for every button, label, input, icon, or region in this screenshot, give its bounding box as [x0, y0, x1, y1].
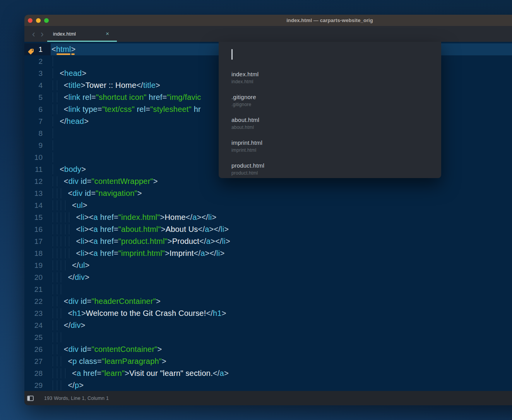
indent-guide	[61, 201, 61, 210]
indent-guide	[57, 357, 57, 366]
code-line[interactable]: 25	[24, 331, 512, 343]
code-line[interactable]: 16<li><a href="about.html">About Us</a><…	[24, 223, 512, 235]
tab-label: index.html	[53, 31, 76, 37]
line-number: 18	[24, 247, 51, 259]
code-line[interactable]: 26<div id="contentContainer">	[24, 343, 512, 355]
code-text: <ul>	[51, 199, 512, 211]
line-number: 6	[24, 103, 51, 115]
indent-guide	[65, 225, 65, 234]
code-text: </div>	[51, 271, 512, 283]
tab-bar: ‹ › index.html ×	[24, 26, 512, 42]
code-text	[51, 331, 512, 343]
panel-toggle-icon[interactable]	[27, 396, 34, 401]
back-icon[interactable]: ‹	[32, 30, 38, 38]
forward-icon[interactable]: ›	[41, 30, 46, 38]
minimize-window-button[interactable]	[36, 18, 41, 23]
line-number: 7	[24, 115, 51, 127]
indent-guide	[57, 333, 57, 342]
indent-guide	[53, 357, 53, 366]
file-item[interactable]: index.htmlindex.html	[231, 68, 433, 91]
indent-guide	[57, 309, 57, 318]
indent-guide	[61, 381, 61, 390]
indent-guide	[61, 357, 61, 366]
code-text	[51, 283, 512, 295]
code-line[interactable]: 22<div id="headerContainer">	[24, 295, 512, 307]
indent-guide	[69, 225, 69, 234]
code-line[interactable]: 15<li><a href="index.html">Home</a></li>	[24, 211, 512, 223]
quick-open-overlay: index.htmlindex.html.gitignore.gitignore…	[219, 42, 441, 178]
indent-guide	[53, 285, 53, 294]
tab-close-icon[interactable]: ×	[106, 30, 109, 37]
indent-guide	[53, 81, 53, 90]
indent-guide	[57, 321, 57, 330]
file-item[interactable]: about.htmlabout.html	[231, 113, 433, 136]
indent-guide	[61, 261, 61, 270]
indent-guide	[53, 333, 53, 342]
file-item-title: product.html	[231, 162, 433, 169]
code-line[interactable]: 24</div>	[24, 319, 512, 331]
code-text: <li><a href="about.html">About Us</a></l…	[51, 223, 512, 235]
indent-guide	[53, 57, 53, 66]
indent-guide	[57, 369, 57, 378]
close-window-button[interactable]	[28, 18, 33, 23]
file-item-title: imprint.html	[231, 139, 433, 146]
file-item[interactable]: imprint.htmlimprint.html	[231, 136, 433, 159]
code-line[interactable]: 27<p class="learnParagraph">	[24, 355, 512, 367]
indent-guide	[69, 237, 69, 246]
code-line[interactable]: 23<h1>Welcome to the Git Crash Course!</…	[24, 307, 512, 319]
indent-guide	[57, 345, 57, 354]
line-number: 13	[24, 187, 51, 199]
indent-guide	[57, 213, 57, 222]
status-text: 193 Words, Line 1, Column 1	[44, 396, 109, 401]
code-line[interactable]: 17<li><a href="product.html">Product</a>…	[24, 235, 512, 247]
indent-guide	[53, 117, 53, 126]
indent-guide	[57, 297, 57, 306]
indent-guide	[53, 177, 53, 186]
line-number: 14	[24, 199, 51, 211]
indent-guide	[53, 345, 53, 354]
traffic-lights	[28, 18, 49, 23]
indent-guide	[53, 189, 53, 198]
line-number: 25	[24, 331, 51, 343]
indent-guide	[57, 381, 57, 390]
line-number: 23	[24, 307, 51, 319]
tab-index-html[interactable]: index.html ×	[47, 26, 117, 42]
search-caret[interactable]	[231, 49, 233, 60]
file-item[interactable]: .gitignore.gitignore	[231, 91, 433, 113]
code-line[interactable]: 18<li><a href="imprint.html">Imprint</a>…	[24, 247, 512, 259]
file-item[interactable]: product.htmlproduct.html	[231, 159, 433, 182]
indent-guide	[57, 237, 57, 246]
code-line[interactable]: 13<div id="navigation">	[24, 187, 512, 199]
file-item-path: imprint.html	[231, 147, 433, 153]
code-line[interactable]: 28<a href="learn">Visit our "learn" sect…	[24, 367, 512, 379]
line-number: 8	[24, 127, 51, 139]
code-text: <li><a href="index.html">Home</a></li>	[51, 211, 512, 223]
indent-guide	[57, 189, 57, 198]
line-number: 1	[24, 43, 51, 55]
code-line[interactable]: 20</div>	[24, 271, 512, 283]
indent-guide	[53, 261, 53, 270]
indent-guide	[53, 381, 53, 390]
code-line[interactable]: 14<ul>	[24, 199, 512, 211]
indent-guide	[57, 285, 57, 294]
indent-guide	[61, 309, 61, 318]
indent-guide	[69, 213, 69, 222]
code-text: <div id="navigation">	[51, 187, 512, 199]
code-text: </ul>	[51, 259, 512, 271]
code-line[interactable]: 19</ul>	[24, 259, 512, 271]
indent-guide	[69, 249, 69, 258]
code-line[interactable]: 21	[24, 283, 512, 295]
line-number: 22	[24, 295, 51, 307]
line-number: 12	[24, 175, 51, 187]
window-title: index.html — carparts-website_orig	[24, 17, 512, 23]
indent-guide	[61, 369, 61, 378]
title-bar[interactable]: index.html — carparts-website_orig	[24, 15, 512, 26]
code-text: <h1>Welcome to the Git Crash Course!</h1…	[51, 307, 512, 319]
indent-guide	[53, 129, 53, 138]
bookmark-tag-icon	[28, 46, 34, 52]
code-line[interactable]: 29</p>	[24, 379, 512, 391]
line-number: 19	[24, 259, 51, 271]
indent-guide	[61, 213, 61, 222]
zoom-window-button[interactable]	[44, 18, 49, 23]
indent-guide	[65, 369, 65, 378]
